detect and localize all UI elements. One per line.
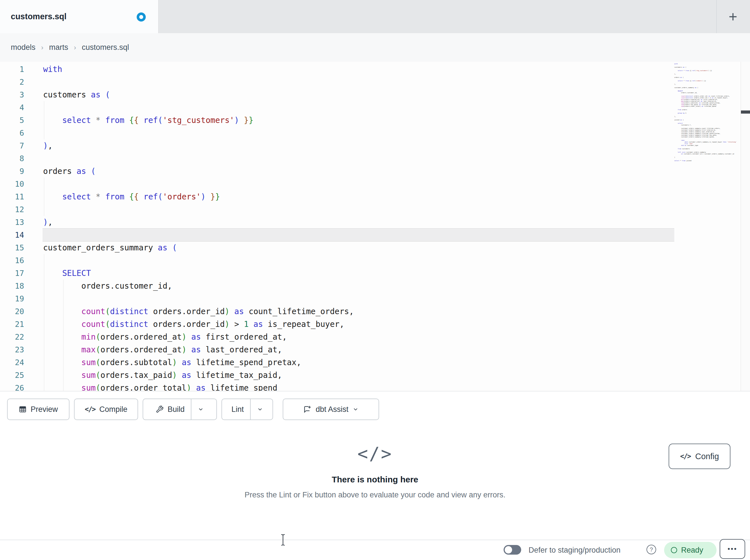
editor-toolbar: Preview </> Compile Build xyxy=(0,391,750,428)
compile-label: Compile xyxy=(99,405,127,414)
ellipsis-icon: ••• xyxy=(728,545,737,553)
code-line[interactable] xyxy=(43,203,354,216)
code-line[interactable]: with xyxy=(43,63,354,76)
tab-title: customers.sql xyxy=(11,12,67,21)
plus-icon: + xyxy=(729,8,737,25)
compile-button[interactable]: </> Compile xyxy=(74,398,138,420)
status-badge: Ready xyxy=(664,542,716,558)
chevron-right-icon: › xyxy=(74,44,76,51)
assist-chat-icon xyxy=(303,405,312,414)
help-icon[interactable]: ? xyxy=(647,545,656,554)
code-line[interactable] xyxy=(43,178,354,190)
line-number: 16 xyxy=(0,254,31,267)
config-label: Config xyxy=(695,452,719,461)
line-number: 25 xyxy=(0,369,31,381)
code-line[interactable]: ), xyxy=(43,216,354,229)
table-icon xyxy=(19,405,27,413)
line-number: 6 xyxy=(0,127,31,139)
empty-state-subtitle: Press the Lint or Fix button above to ev… xyxy=(0,491,750,499)
chevron-down-icon xyxy=(353,406,359,412)
preview-button[interactable]: Preview xyxy=(7,398,70,420)
line-number: 20 xyxy=(0,305,31,318)
lint-split-button: Lint xyxy=(221,398,273,420)
breadcrumb-item[interactable]: models xyxy=(11,43,36,52)
code-line[interactable]: ), xyxy=(43,139,354,152)
line-number: 7 xyxy=(0,139,31,152)
line-number: 11 xyxy=(0,190,31,203)
preview-label: Preview xyxy=(31,405,58,414)
defer-toggle[interactable] xyxy=(504,545,521,555)
line-number: 10 xyxy=(0,178,31,190)
unsaved-changes-icon xyxy=(137,13,146,22)
text-cursor-pointer xyxy=(279,534,287,546)
toggle-knob xyxy=(505,546,512,554)
defer-label: Defer to staging/production xyxy=(529,540,620,560)
line-number: 19 xyxy=(0,292,31,305)
code-line[interactable]: sum(orders.subtotal) as lifetime_spend_p… xyxy=(43,356,354,369)
chevron-right-icon: › xyxy=(41,44,43,51)
code-quality-panel: </> There is nothing here Press the Lint… xyxy=(0,428,750,540)
line-number: 12 xyxy=(0,203,31,216)
lint-button[interactable]: Lint xyxy=(225,399,250,419)
scrollbar-marker[interactable] xyxy=(741,110,750,113)
breadcrumb-item[interactable]: customers.sql xyxy=(82,43,129,52)
code-line[interactable] xyxy=(43,152,354,165)
code-line[interactable]: sum(orders.tax_paid) as lifetime_tax_pai… xyxy=(43,369,354,381)
line-number: 23 xyxy=(0,343,31,356)
code-brackets-icon: </> xyxy=(85,405,95,413)
code-line[interactable]: customer_orders_summary as ( xyxy=(43,241,354,254)
line-number: 24 xyxy=(0,356,31,369)
tab-customers-sql[interactable]: customers.sql xyxy=(0,0,158,33)
chevron-down-icon xyxy=(257,406,263,412)
breadcrumb-row: models›marts›customers.sql Save xyxy=(0,33,750,62)
code-line[interactable]: select * from {{ ref('stg_customers') }} xyxy=(43,114,354,127)
breadcrumb-item[interactable]: marts xyxy=(49,43,68,52)
code-content[interactable]: withcustomers as ( select * from {{ ref(… xyxy=(43,63,354,391)
config-button[interactable]: </> Config xyxy=(669,443,730,469)
code-line[interactable]: SELECT xyxy=(43,267,354,279)
line-number-gutter: 1234567891011121314151617181920212223242… xyxy=(0,63,31,391)
code-editor[interactable]: 1234567891011121314151617181920212223242… xyxy=(0,62,741,391)
line-number: 21 xyxy=(0,318,31,331)
code-line[interactable] xyxy=(43,292,354,305)
build-button[interactable]: Build xyxy=(150,399,191,419)
code-line[interactable] xyxy=(43,76,354,88)
code-line[interactable]: select * from {{ ref('orders') }} xyxy=(43,190,354,203)
line-number: 3 xyxy=(0,88,31,101)
code-line[interactable] xyxy=(43,254,354,267)
breadcrumb: models›marts›customers.sql xyxy=(11,33,129,62)
code-line[interactable]: count(distinct orders.order_id) as count… xyxy=(43,305,354,318)
new-tab-button[interactable]: + xyxy=(723,6,744,27)
line-number: 9 xyxy=(0,165,31,178)
dbt-assist-button[interactable]: dbt Assist xyxy=(283,398,379,420)
chevron-down-icon xyxy=(198,406,204,412)
dbt-ide-window: customers.sql + models›marts›customers.s… xyxy=(0,0,750,560)
code-line[interactable] xyxy=(43,127,354,139)
wrench-icon xyxy=(156,405,164,413)
lint-dropdown-button[interactable] xyxy=(250,399,269,419)
line-number: 14 xyxy=(0,229,31,241)
code-line[interactable]: orders as ( xyxy=(43,165,354,178)
line-number: 18 xyxy=(0,279,31,292)
assist-label: dbt Assist xyxy=(316,405,349,414)
line-number: 17 xyxy=(0,267,31,279)
editor-minimap[interactable]: withcustomers as ( select * from {{ ref(… xyxy=(674,63,739,162)
overflow-menu-button[interactable]: ••• xyxy=(720,539,745,559)
line-number: 8 xyxy=(0,152,31,165)
code-line[interactable] xyxy=(43,101,354,114)
editor-tab-bar: customers.sql + xyxy=(0,0,750,33)
code-line[interactable] xyxy=(43,229,354,241)
minimap-line: select * from joined xyxy=(674,160,739,162)
code-line[interactable]: min(orders.ordered_at) as first_ordered_… xyxy=(43,331,354,343)
line-number: 26 xyxy=(0,381,31,391)
build-label: Build xyxy=(167,405,184,414)
code-line[interactable]: customers as ( xyxy=(43,88,354,101)
code-line[interactable]: max(orders.ordered_at) as last_ordered_a… xyxy=(43,343,354,356)
code-line[interactable]: orders.customer_id, xyxy=(43,279,354,292)
line-number: 15 xyxy=(0,241,31,254)
empty-state-title: There is nothing here xyxy=(0,475,750,484)
editor-scrollbar[interactable] xyxy=(741,62,750,391)
build-dropdown-button[interactable] xyxy=(191,399,210,419)
code-line[interactable]: sum(orders.order_total) as lifetime_spen… xyxy=(43,381,354,391)
code-line[interactable]: count(distinct orders.order_id) > 1 as i… xyxy=(43,318,354,331)
